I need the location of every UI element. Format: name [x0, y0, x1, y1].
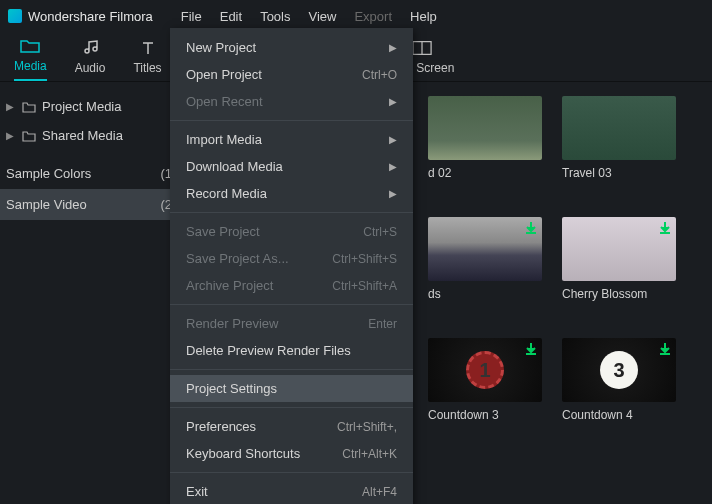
menu-item-save-project-as-: Save Project As...Ctrl+Shift+S: [170, 245, 413, 272]
menu-item-open-project[interactable]: Open ProjectCtrl+O: [170, 61, 413, 88]
menu-item-label: Preferences: [186, 419, 256, 434]
menu-file[interactable]: File: [181, 9, 202, 24]
menu-item-label: Render Preview: [186, 316, 279, 331]
download-icon: [524, 221, 538, 235]
thumb-label: Travel 03: [562, 166, 676, 180]
menu-shortcut: Enter: [368, 317, 397, 331]
menu-item-label: Open Project: [186, 67, 262, 82]
menu-help[interactable]: Help: [410, 9, 437, 24]
thumb-image: [428, 217, 542, 281]
filmora-icon: [8, 9, 22, 23]
menu-item-render-preview: Render PreviewEnter: [170, 310, 413, 337]
tree-item-project-media[interactable]: ▶Project Media: [0, 92, 182, 121]
menu-item-open-recent: Open Recent▶: [170, 88, 413, 115]
menu-item-label: Save Project: [186, 224, 260, 239]
menu-separator: [170, 304, 413, 305]
menu-separator: [170, 120, 413, 121]
menu-item-label: Download Media: [186, 159, 283, 174]
menu-view[interactable]: View: [308, 9, 336, 24]
thumb-d-02[interactable]: d 02: [428, 96, 542, 180]
chevron-right-icon: ▶: [6, 101, 16, 112]
menu-item-import-media[interactable]: Import Media▶: [170, 126, 413, 153]
tool-titles[interactable]: Titles: [133, 39, 161, 81]
folder-icon: [22, 101, 36, 113]
menu-item-label: New Project: [186, 40, 256, 55]
sidebar: ▶Project Media▶Shared MediaSample Colors…: [0, 82, 182, 504]
menu-tools[interactable]: Tools: [260, 9, 290, 24]
menu-item-delete-preview-render-files[interactable]: Delete Preview Render Files: [170, 337, 413, 364]
chevron-right-icon: ▶: [389, 42, 397, 53]
countdown-number: 1: [466, 351, 504, 389]
menu-item-label: Project Settings: [186, 381, 277, 396]
thumb-label: ds: [428, 287, 542, 301]
thumb-label: Countdown 3: [428, 408, 542, 422]
thumb-image: [562, 217, 676, 281]
chevron-right-icon: ▶: [389, 96, 397, 107]
menu-item-label: Keyboard Shortcuts: [186, 446, 300, 461]
split-icon: [412, 39, 432, 57]
chevron-right-icon: ▶: [389, 134, 397, 145]
thumb-label: Cherry Blossom: [562, 287, 676, 301]
thumb-ds[interactable]: ds: [428, 217, 542, 301]
thumb-image: [428, 96, 542, 160]
tool-media[interactable]: Media: [14, 37, 47, 81]
menu-item-label: Save Project As...: [186, 251, 289, 266]
download-icon: [524, 342, 538, 356]
menu-separator: [170, 407, 413, 408]
menu-item-keyboard-shortcuts[interactable]: Keyboard ShortcutsCtrl+Alt+K: [170, 440, 413, 467]
menu-item-preferences[interactable]: PreferencesCtrl+Shift+,: [170, 413, 413, 440]
thumb-countdown-3[interactable]: 1Countdown 3: [428, 338, 542, 422]
menu-item-label: Archive Project: [186, 278, 273, 293]
tree-item-shared-media[interactable]: ▶Shared Media: [0, 121, 182, 150]
menu-shortcut: Ctrl+O: [362, 68, 397, 82]
thumb-label: d 02: [428, 166, 542, 180]
menu-item-project-settings[interactable]: Project Settings: [170, 375, 413, 402]
menu-item-save-project: Save ProjectCtrl+S: [170, 218, 413, 245]
chevron-right-icon: ▶: [6, 130, 16, 141]
thumb-label: Countdown 4: [562, 408, 676, 422]
countdown-number: 3: [600, 351, 638, 389]
menu-export[interactable]: Export: [354, 9, 392, 24]
folder-icon: [20, 37, 40, 55]
file-menu-dropdown: New Project▶Open ProjectCtrl+OOpen Recen…: [170, 28, 413, 504]
menu-separator: [170, 472, 413, 473]
text-icon: [138, 39, 158, 57]
menu-item-label: Delete Preview Render Files: [186, 343, 351, 358]
menu-shortcut: Ctrl+Alt+K: [342, 447, 397, 461]
folder-icon: [22, 130, 36, 142]
thumb-image: [562, 96, 676, 160]
download-icon: [658, 342, 672, 356]
chevron-right-icon: ▶: [389, 188, 397, 199]
menu-shortcut: Ctrl+Shift+,: [337, 420, 397, 434]
thumb-countdown-4[interactable]: 3Countdown 4: [562, 338, 676, 422]
list-item-sample-colors[interactable]: Sample Colors(1: [0, 158, 182, 189]
download-icon: [658, 221, 672, 235]
menu-shortcut: Ctrl+S: [363, 225, 397, 239]
thumb-travel-03[interactable]: Travel 03: [562, 96, 676, 180]
menu-item-record-media[interactable]: Record Media▶: [170, 180, 413, 207]
menu-item-label: Open Recent: [186, 94, 263, 109]
tool-audio[interactable]: Audio: [75, 39, 106, 81]
menu-edit[interactable]: Edit: [220, 9, 242, 24]
menu-item-label: Exit: [186, 484, 208, 499]
chevron-right-icon: ▶: [389, 161, 397, 172]
menu-item-new-project[interactable]: New Project▶: [170, 34, 413, 61]
menubar: FileEditToolsViewExportHelp: [181, 9, 437, 24]
menu-item-label: Import Media: [186, 132, 262, 147]
menu-shortcut: Ctrl+Shift+S: [332, 252, 397, 266]
thumb-image: 3: [562, 338, 676, 402]
menu-item-download-media[interactable]: Download Media▶: [170, 153, 413, 180]
list-item-sample-video[interactable]: Sample Video(2: [0, 189, 182, 220]
music-icon: [80, 39, 100, 57]
menu-separator: [170, 369, 413, 370]
menu-item-exit[interactable]: ExitAlt+F4: [170, 478, 413, 504]
menu-item-archive-project: Archive ProjectCtrl+Shift+A: [170, 272, 413, 299]
thumb-image: 1: [428, 338, 542, 402]
menu-shortcut: Ctrl+Shift+A: [332, 279, 397, 293]
app-logo: Wondershare Filmora: [8, 9, 153, 24]
menu-item-label: Record Media: [186, 186, 267, 201]
menu-separator: [170, 212, 413, 213]
app-title: Wondershare Filmora: [28, 9, 153, 24]
menu-shortcut: Alt+F4: [362, 485, 397, 499]
thumb-cherry-blossom[interactable]: Cherry Blossom: [562, 217, 676, 301]
